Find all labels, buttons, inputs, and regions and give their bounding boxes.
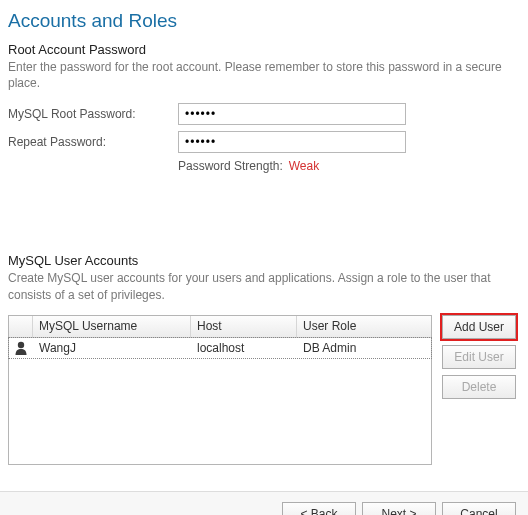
cancel-button[interactable]: Cancel <box>442 502 516 515</box>
root-password-heading: Root Account Password <box>8 42 516 57</box>
grid-header: MySQL Username Host User Role <box>9 316 431 338</box>
col-username[interactable]: MySQL Username <box>33 316 191 337</box>
delete-user-button[interactable]: Delete <box>442 375 516 399</box>
wizard-footer: < Back Next > Cancel <box>0 491 528 515</box>
password-strength-label: Password Strength: <box>178 159 283 173</box>
col-host[interactable]: Host <box>191 316 297 337</box>
svg-point-0 <box>18 342 24 348</box>
password-strength-value: Weak <box>289 159 319 173</box>
user-accounts-heading: MySQL User Accounts <box>8 253 516 268</box>
root-password-label: MySQL Root Password: <box>8 107 178 121</box>
back-button[interactable]: < Back <box>282 502 356 515</box>
user-accounts-grid[interactable]: MySQL Username Host User Role WangJ loca… <box>8 315 432 465</box>
edit-user-button[interactable]: Edit User <box>442 345 516 369</box>
user-icon <box>9 340 33 356</box>
next-button[interactable]: Next > <box>362 502 436 515</box>
page-title: Accounts and Roles <box>8 10 516 32</box>
table-row[interactable]: WangJ localhost DB Admin <box>8 337 432 359</box>
user-accounts-description: Create MySQL user accounts for your user… <box>8 270 516 302</box>
cell-host: localhost <box>191 341 297 355</box>
col-role[interactable]: User Role <box>297 316 431 337</box>
repeat-password-input[interactable] <box>178 131 406 153</box>
cell-username: WangJ <box>33 341 191 355</box>
cell-role: DB Admin <box>297 341 431 355</box>
root-password-description: Enter the password for the root account.… <box>8 59 516 91</box>
root-password-input[interactable] <box>178 103 406 125</box>
add-user-button[interactable]: Add User <box>442 315 516 339</box>
repeat-password-label: Repeat Password: <box>8 135 178 149</box>
